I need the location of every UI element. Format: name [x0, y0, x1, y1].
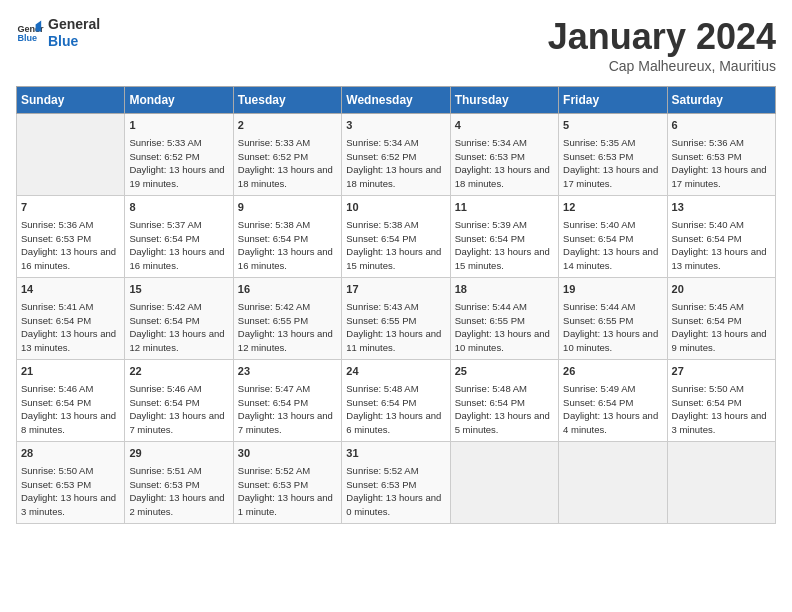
daylight-text: Daylight: 13 hours and 18 minutes.: [346, 164, 441, 189]
sunrise-text: Sunrise: 5:46 AM: [21, 383, 93, 394]
sunset-text: Sunset: 6:53 PM: [455, 151, 525, 162]
title-block: January 2024 Cap Malheureux, Mauritius: [548, 16, 776, 74]
sunrise-text: Sunrise: 5:40 AM: [563, 219, 635, 230]
sunrise-text: Sunrise: 5:38 AM: [238, 219, 310, 230]
daylight-text: Daylight: 13 hours and 17 minutes.: [563, 164, 658, 189]
sunset-text: Sunset: 6:54 PM: [672, 315, 742, 326]
day-number: 13: [672, 200, 771, 216]
daylight-text: Daylight: 13 hours and 19 minutes.: [129, 164, 224, 189]
daylight-text: Daylight: 13 hours and 18 minutes.: [238, 164, 333, 189]
daylight-text: Daylight: 13 hours and 13 minutes.: [21, 328, 116, 353]
table-row: 11Sunrise: 5:39 AMSunset: 6:54 PMDayligh…: [450, 196, 558, 278]
sunset-text: Sunset: 6:54 PM: [129, 233, 199, 244]
daylight-text: Daylight: 13 hours and 15 minutes.: [346, 246, 441, 271]
sunrise-text: Sunrise: 5:52 AM: [346, 465, 418, 476]
table-row: 12Sunrise: 5:40 AMSunset: 6:54 PMDayligh…: [559, 196, 667, 278]
sunrise-text: Sunrise: 5:51 AM: [129, 465, 201, 476]
daylight-text: Daylight: 13 hours and 12 minutes.: [129, 328, 224, 353]
sunrise-text: Sunrise: 5:36 AM: [21, 219, 93, 230]
day-number: 11: [455, 200, 554, 216]
sunrise-text: Sunrise: 5:39 AM: [455, 219, 527, 230]
sunset-text: Sunset: 6:53 PM: [129, 479, 199, 490]
day-number: 5: [563, 118, 662, 134]
sunset-text: Sunset: 6:52 PM: [129, 151, 199, 162]
col-sunday: Sunday: [17, 87, 125, 114]
daylight-text: Daylight: 13 hours and 0 minutes.: [346, 492, 441, 517]
svg-marker-2: [36, 20, 42, 31]
table-row: 13Sunrise: 5:40 AMSunset: 6:54 PMDayligh…: [667, 196, 775, 278]
sunrise-text: Sunrise: 5:41 AM: [21, 301, 93, 312]
day-number: 30: [238, 446, 337, 462]
day-number: 31: [346, 446, 445, 462]
sunset-text: Sunset: 6:54 PM: [346, 397, 416, 408]
calendar-title: January 2024: [548, 16, 776, 58]
col-monday: Monday: [125, 87, 233, 114]
day-number: 9: [238, 200, 337, 216]
sunrise-text: Sunrise: 5:44 AM: [563, 301, 635, 312]
sunset-text: Sunset: 6:54 PM: [455, 397, 525, 408]
sunrise-text: Sunrise: 5:48 AM: [346, 383, 418, 394]
day-number: 8: [129, 200, 228, 216]
day-number: 22: [129, 364, 228, 380]
day-number: 26: [563, 364, 662, 380]
logo-line1: General: [48, 16, 100, 33]
day-number: 12: [563, 200, 662, 216]
day-number: 25: [455, 364, 554, 380]
sunrise-text: Sunrise: 5:43 AM: [346, 301, 418, 312]
day-number: 3: [346, 118, 445, 134]
calendar-header-row: Sunday Monday Tuesday Wednesday Thursday…: [17, 87, 776, 114]
daylight-text: Daylight: 13 hours and 11 minutes.: [346, 328, 441, 353]
sunrise-text: Sunrise: 5:42 AM: [238, 301, 310, 312]
table-row: 18Sunrise: 5:44 AMSunset: 6:55 PMDayligh…: [450, 278, 558, 360]
daylight-text: Daylight: 13 hours and 12 minutes.: [238, 328, 333, 353]
sunset-text: Sunset: 6:54 PM: [238, 397, 308, 408]
sunset-text: Sunset: 6:54 PM: [21, 315, 91, 326]
calendar-table: Sunday Monday Tuesday Wednesday Thursday…: [16, 86, 776, 524]
daylight-text: Daylight: 13 hours and 14 minutes.: [563, 246, 658, 271]
daylight-text: Daylight: 13 hours and 16 minutes.: [238, 246, 333, 271]
col-tuesday: Tuesday: [233, 87, 341, 114]
sunrise-text: Sunrise: 5:37 AM: [129, 219, 201, 230]
sunset-text: Sunset: 6:55 PM: [563, 315, 633, 326]
calendar-week-row: 7Sunrise: 5:36 AMSunset: 6:53 PMDaylight…: [17, 196, 776, 278]
sunset-text: Sunset: 6:55 PM: [346, 315, 416, 326]
day-number: 18: [455, 282, 554, 298]
col-saturday: Saturday: [667, 87, 775, 114]
sunrise-text: Sunrise: 5:47 AM: [238, 383, 310, 394]
sunset-text: Sunset: 6:54 PM: [563, 397, 633, 408]
table-row: 25Sunrise: 5:48 AMSunset: 6:54 PMDayligh…: [450, 360, 558, 442]
table-row: 4Sunrise: 5:34 AMSunset: 6:53 PMDaylight…: [450, 114, 558, 196]
day-number: 1: [129, 118, 228, 134]
calendar-week-row: 21Sunrise: 5:46 AMSunset: 6:54 PMDayligh…: [17, 360, 776, 442]
sunrise-text: Sunrise: 5:42 AM: [129, 301, 201, 312]
table-row: 1Sunrise: 5:33 AMSunset: 6:52 PMDaylight…: [125, 114, 233, 196]
sunset-text: Sunset: 6:53 PM: [563, 151, 633, 162]
day-number: 15: [129, 282, 228, 298]
sunrise-text: Sunrise: 5:48 AM: [455, 383, 527, 394]
sunset-text: Sunset: 6:55 PM: [238, 315, 308, 326]
table-row: 29Sunrise: 5:51 AMSunset: 6:53 PMDayligh…: [125, 442, 233, 524]
sunset-text: Sunset: 6:54 PM: [455, 233, 525, 244]
day-number: 7: [21, 200, 120, 216]
sunset-text: Sunset: 6:53 PM: [346, 479, 416, 490]
daylight-text: Daylight: 13 hours and 1 minute.: [238, 492, 333, 517]
day-number: 17: [346, 282, 445, 298]
sunset-text: Sunset: 6:54 PM: [238, 233, 308, 244]
table-row: 26Sunrise: 5:49 AMSunset: 6:54 PMDayligh…: [559, 360, 667, 442]
page-header: General Blue General Blue January 2024 C…: [16, 16, 776, 74]
table-row: 24Sunrise: 5:48 AMSunset: 6:54 PMDayligh…: [342, 360, 450, 442]
sunset-text: Sunset: 6:53 PM: [21, 233, 91, 244]
table-row: 10Sunrise: 5:38 AMSunset: 6:54 PMDayligh…: [342, 196, 450, 278]
logo: General Blue General Blue: [16, 16, 100, 50]
sunrise-text: Sunrise: 5:46 AM: [129, 383, 201, 394]
table-row: [667, 442, 775, 524]
sunset-text: Sunset: 6:54 PM: [346, 233, 416, 244]
table-row: 9Sunrise: 5:38 AMSunset: 6:54 PMDaylight…: [233, 196, 341, 278]
table-row: [559, 442, 667, 524]
daylight-text: Daylight: 13 hours and 3 minutes.: [21, 492, 116, 517]
sunset-text: Sunset: 6:53 PM: [21, 479, 91, 490]
table-row: 17Sunrise: 5:43 AMSunset: 6:55 PMDayligh…: [342, 278, 450, 360]
daylight-text: Daylight: 13 hours and 10 minutes.: [563, 328, 658, 353]
table-row: 28Sunrise: 5:50 AMSunset: 6:53 PMDayligh…: [17, 442, 125, 524]
daylight-text: Daylight: 13 hours and 16 minutes.: [21, 246, 116, 271]
